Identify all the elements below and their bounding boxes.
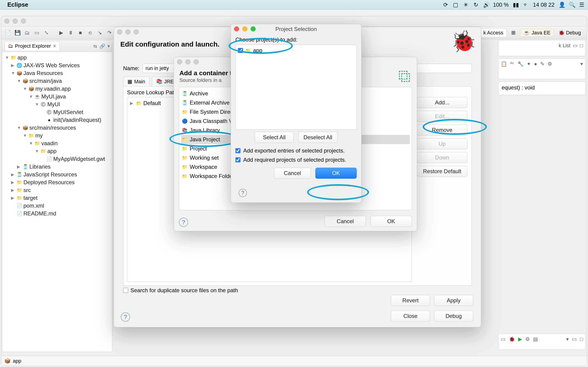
bluetooth-icon[interactable]: ✳ [463, 2, 469, 8]
open-perspective-icon[interactable]: ⊞ [509, 29, 518, 37]
add-button[interactable]: Add... [417, 97, 467, 108]
tree-item: ▼vaadin [4, 140, 110, 147]
disconnect-icon[interactable]: ⎋ [86, 29, 94, 37]
perspective-debug[interactable]: 🐞 Debug [556, 29, 583, 37]
notification-icon[interactable]: ☰ [579, 2, 585, 8]
edit-button[interactable]: Edit... [417, 111, 467, 122]
cancel-button[interactable]: Cancel [274, 168, 311, 179]
debug-icon[interactable]: 🐞 [509, 336, 515, 342]
tree-item: ▼my.vaadin.app [4, 85, 110, 93]
perspective-debug-label: Debug [566, 30, 581, 36]
sync-icon[interactable]: ⟳ [443, 2, 449, 8]
apply-button[interactable]: Apply [434, 295, 473, 306]
perspective-java-ee[interactable]: ☕ Java EE [520, 29, 554, 37]
down-button[interactable]: Down [417, 152, 467, 163]
airplay-icon[interactable]: ▢ [453, 2, 459, 8]
user-icon[interactable]: 👤 [559, 2, 565, 8]
toolbar-icon[interactable]: 🔧 [517, 61, 523, 67]
maximize-icon[interactable]: □ [580, 336, 583, 342]
tree-item: ▶JAX-WS Web Services [4, 61, 110, 69]
project-explorer-tab[interactable]: 🗂 Project Explorer ✕ [5, 42, 60, 50]
toolbar-icon[interactable]: ✎ [540, 61, 544, 67]
eclipse-window: 📄 💾 🗂 ▭ ⤡ ▶ ⏸ ■ ⎋ ↘ ↷ ↖ k Access ⊞ ☕ Jav… [1, 16, 587, 366]
tab-label: JRE [164, 79, 174, 85]
minimize-icon[interactable]: ▭ [572, 336, 577, 342]
toolbar-icon[interactable]: 📋 [501, 61, 507, 67]
step-over-icon[interactable]: ↷ [105, 29, 113, 37]
spotlight-icon[interactable]: 🔍 [569, 2, 575, 8]
exported-entries-label: Add exported entries of selected project… [243, 148, 345, 154]
tree-label: src/main/resources [29, 124, 76, 132]
tree-label: src [23, 186, 31, 194]
terminate-icon[interactable]: ■ [77, 29, 84, 37]
timemachine-icon[interactable]: ↻ [473, 2, 479, 8]
battery-icon[interactable]: ▮▮ [513, 2, 519, 8]
suspend-icon[interactable]: ⏸ [67, 29, 75, 37]
collapse-all-icon[interactable]: ⇆ [93, 43, 97, 49]
list-label: Java Library [190, 127, 220, 133]
project-tree[interactable]: ▼app ▶JAX-WS Web Services ▼Java Resource… [2, 52, 112, 219]
folder-icon [35, 141, 40, 146]
skip-breakpoints-icon[interactable]: ⤡ [43, 29, 50, 37]
save-icon[interactable]: 💾 [14, 29, 21, 37]
help-icon[interactable]: ? [239, 189, 247, 197]
libraries-icon [23, 164, 28, 169]
tree-label: app [17, 54, 27, 61]
step-into-icon[interactable]: ↘ [96, 29, 104, 37]
minimize-window-icon[interactable] [13, 19, 18, 24]
view-menu-icon[interactable]: ▾ [580, 61, 583, 67]
volume-icon[interactable]: 🔊 [483, 2, 489, 8]
zoom-window-icon[interactable] [21, 19, 26, 24]
server-icon[interactable]: ⚙ [525, 336, 530, 342]
minimize-icon[interactable]: ▭ [573, 43, 578, 49]
help-icon[interactable]: ? [121, 312, 130, 322]
revert-button[interactable]: Revert [391, 295, 430, 306]
duplicate-check-checkbox[interactable] [123, 288, 128, 293]
toolbar-icon[interactable]: ᴬᶻ [510, 61, 514, 67]
ok-button[interactable]: OK [315, 168, 357, 179]
cancel-button[interactable]: Cancel [325, 216, 366, 227]
app-name[interactable]: Eclipse [7, 1, 28, 8]
clock[interactable]: 14 08 22 [533, 2, 554, 8]
tree-item: ▶src [4, 186, 110, 194]
name-label: Name: [123, 65, 139, 72]
link-editor-icon[interactable]: 🔗 [99, 43, 105, 49]
project-checkbox[interactable] [238, 48, 243, 53]
list-label: Working set [190, 155, 219, 161]
view-menu-icon[interactable]: ▾ [107, 43, 110, 49]
view-menu-icon[interactable]: ▾ [566, 336, 569, 342]
terminal-icon[interactable]: ▤ [533, 336, 538, 342]
deselect-all-button[interactable]: Deselect All [298, 132, 337, 143]
close-button[interactable]: Close [391, 311, 430, 322]
toolbar-icon[interactable]: ✦ [527, 61, 531, 67]
project-list[interactable]: app [235, 45, 357, 130]
outline-item[interactable]: equest) : void [502, 84, 535, 91]
close-tab-icon[interactable]: ✕ [53, 44, 56, 49]
run-icon[interactable]: ▶ [518, 336, 522, 342]
maximize-icon[interactable]: □ [580, 43, 583, 49]
help-icon[interactable]: ? [179, 218, 188, 227]
quick-access-field[interactable]: k Access [480, 28, 507, 37]
up-button[interactable]: Up [417, 138, 467, 149]
battery-percent: 100 % [493, 2, 509, 8]
remove-button[interactable]: Remove [417, 125, 467, 135]
saveall-icon[interactable]: 🗂 [23, 29, 31, 37]
toggle-breadcrumb-icon[interactable]: ▭ [33, 29, 41, 37]
xml-file-icon [46, 156, 52, 162]
required-projects-checkbox[interactable] [235, 157, 241, 162]
bug-icon: 🐞 [558, 30, 565, 36]
select-all-button[interactable]: Select All [255, 132, 294, 143]
toolbar-icon[interactable]: ⚙ [548, 61, 552, 67]
wifi-icon[interactable]: ᯤ [523, 2, 529, 8]
ok-button[interactable]: OK [371, 216, 412, 227]
debug-button[interactable]: Debug [434, 311, 473, 322]
restore-default-button[interactable]: Restore Default [417, 166, 467, 177]
console-icon[interactable]: ▭ [501, 336, 506, 342]
exported-entries-checkbox[interactable] [235, 148, 241, 153]
resume-icon[interactable]: ▶ [57, 29, 65, 37]
tab-main[interactable]: ▦Main [123, 77, 149, 86]
project-explorer-icon: 🗂 [8, 43, 13, 49]
close-window-icon[interactable] [4, 19, 9, 24]
toolbar-icon[interactable]: ● [534, 61, 537, 67]
new-icon[interactable]: 📄 [4, 29, 12, 37]
